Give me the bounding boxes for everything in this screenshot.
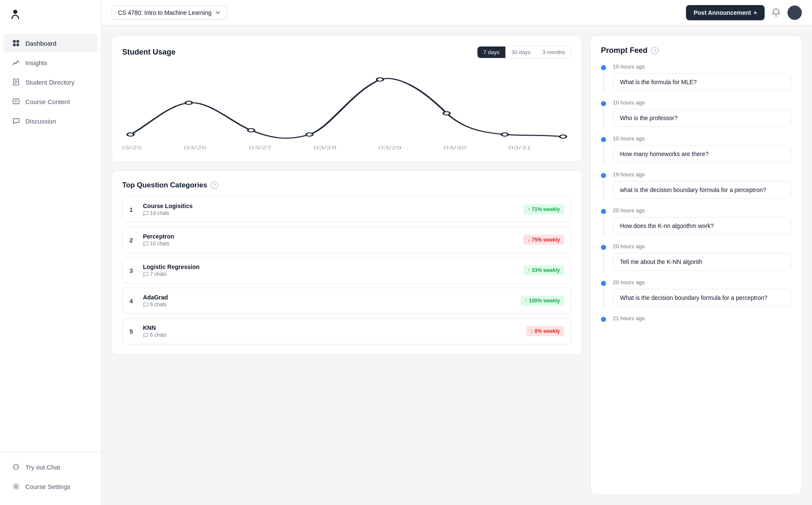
chart-title: Student Usage [122,48,176,57]
svg-point-18 [17,467,18,467]
feed-time: 20 hours ago [613,207,791,214]
feed-line [603,252,604,271]
sidebar-nav: Dashboard Insights Student Directory Cou… [0,29,101,452]
chat-bubble-icon [143,332,148,338]
sidebar-item-course-settings[interactable]: Course Settings [3,477,98,496]
trend-value: 100% weekly [529,298,560,304]
feed-dot-col [601,99,606,127]
svg-rect-1 [13,40,16,43]
feed-bubble: What is the decision boundary formula fo… [613,289,791,307]
sidebar-item-label: Discussion [25,118,56,125]
user-avatar[interactable] [787,5,802,20]
insights-icon [12,58,20,67]
category-chats: 19 chats [143,210,516,216]
category-item-4: 4 AdaGrad 6 chats ↑ 100% weekly [122,288,571,314]
course-name: CS 4780: Intro to Machine Learning [118,9,211,16]
feed-item-3: 10 hours ago How many homeworks are ther… [601,135,791,171]
sidebar-item-label: Course Settings [25,483,71,490]
svg-point-0 [13,10,17,14]
time-tab-3months[interactable]: 3 months [537,47,571,58]
feed-dot-col [601,171,606,199]
sidebar-item-dashboard[interactable]: Dashboard [3,34,98,52]
feed-bubble: How does the K-nn algorithm work? [613,217,791,235]
plus-icon: + [754,9,757,16]
svg-point-16 [14,467,15,467]
category-rank: 1 [129,206,136,213]
header-right: Post Announcement + [686,5,802,20]
svg-point-24 [377,78,384,81]
feed-dot-col [601,63,606,91]
feed-bubble: How many homeworks are there? [613,145,791,163]
trend-value: 33% weekly [532,267,560,273]
svg-text:03/28: 03/28 [314,145,337,151]
trend-arrow: ↓ [530,328,533,334]
notification-bell-icon[interactable] [771,8,781,17]
svg-point-17 [16,467,16,467]
sidebar-bottom: Try out Chat Course Settings [0,452,101,505]
svg-text:03/29: 03/29 [379,145,401,151]
sidebar: Dashboard Insights Student Directory Cou… [0,0,102,505]
content-area: Student Usage 7 days 30 days 3 months [102,25,812,505]
sidebar-item-discussion[interactable]: Discussion [3,112,98,130]
trend-value: 75% weekly [532,237,560,243]
feed-dot [601,65,606,70]
sidebar-item-label: Insights [25,59,47,66]
feed-dot-col [601,207,606,235]
feed-line [603,72,604,91]
sidebar-item-insights[interactable]: Insights [3,53,98,72]
sidebar-item-course-content[interactable]: Course Content [3,92,98,111]
trend-arrow: ↓ [527,237,530,243]
feed-item-4: 19 hours ago what is the decision bounda… [601,171,791,207]
svg-point-27 [560,135,566,138]
feed-bubble: what is the decision boundary formula fo… [613,181,791,199]
svg-text:03/27: 03/27 [249,145,272,151]
svg-point-7 [17,60,18,62]
categories-header: Top Question Categories ? [122,181,571,189]
student-directory-icon [12,78,20,86]
feed-dot [601,245,606,250]
prompt-feed-panel: Prompt Feed ? 10 hours ago What is the f… [590,36,802,495]
sidebar-item-label: Dashboard [25,40,56,47]
category-item-2: 2 Perceptron 10 chats ↓ 75% weekly [122,227,571,253]
feed-time: 19 hours ago [613,171,791,178]
feed-dot-col [601,135,606,163]
feed-bubble: Tell me about the K-NN algorith [613,253,791,271]
trend-arrow: ↑ [527,206,530,212]
feed-dot [601,281,606,286]
course-selector[interactable]: CS 4780: Intro to Machine Learning [112,5,227,20]
svg-text:03/30: 03/30 [444,145,466,151]
feed-time: 21 hours ago [613,315,791,321]
prompt-feed-help-icon[interactable]: ? [651,47,658,55]
weekly-badge: ↓ 75% weekly [523,235,564,245]
feed-time: 20 hours ago [613,279,791,285]
feed-time: 10 hours ago [613,99,791,106]
help-icon[interactable]: ? [211,181,218,189]
chat-count: 6 chats [150,302,167,307]
category-chats: 7 chats [143,271,516,277]
time-tab-7days[interactable]: 7 days [477,47,505,58]
time-tab-30days[interactable]: 30 days [505,47,537,58]
category-info: Logistic Regression 7 chats [143,263,516,277]
trend-arrow: ↑ [525,298,527,304]
category-item-5: 5 KNN 6 chats ↓ 0% weekly [122,318,571,344]
category-name: Perceptron [143,233,516,240]
sidebar-item-student-directory[interactable]: Student Directory [3,73,98,91]
svg-rect-2 [16,40,19,43]
chat-count: 10 chats [150,241,169,247]
category-item-3: 3 Logistic Regression 7 chats ↑ 33% week… [122,257,571,283]
dashboard-icon [12,39,20,47]
feed-content: 20 hours ago Tell me about the K-NN algo… [613,243,791,271]
feed-dot [601,101,606,106]
svg-point-23 [306,133,313,136]
feed-item-1: 10 hours ago What is the formula for MLE… [601,63,791,99]
category-name: AdaGrad [143,294,514,301]
post-announcement-button[interactable]: Post Announcement + [686,5,765,20]
trend-value: 71% weekly [532,206,560,212]
chat-count: 19 chats [150,210,169,216]
time-tabs: 7 days 30 days 3 months [477,46,571,58]
feed-content: 20 hours ago What is the decision bounda… [613,279,791,307]
category-rank: 2 [129,236,136,244]
category-name: KNN [143,324,519,331]
sidebar-item-try-out-chat[interactable]: Try out Chat [3,458,98,476]
chart-area: 03/25 03/26 03/27 03/28 03/29 03/30 03/3… [122,67,571,151]
